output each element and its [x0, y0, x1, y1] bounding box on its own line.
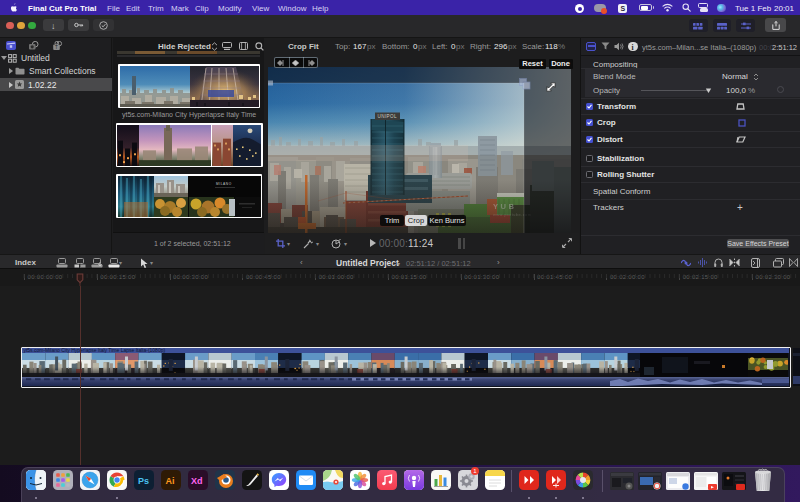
svg-text:Xd: Xd — [191, 476, 203, 486]
svg-text:MILANO: MILANO — [216, 182, 232, 186]
svg-text:UNIPOL: UNIPOL — [378, 114, 398, 119]
svg-text:Ai: Ai — [166, 476, 175, 486]
svg-text:T: T — [55, 45, 58, 50]
svg-text:Ps: Ps — [138, 476, 149, 486]
